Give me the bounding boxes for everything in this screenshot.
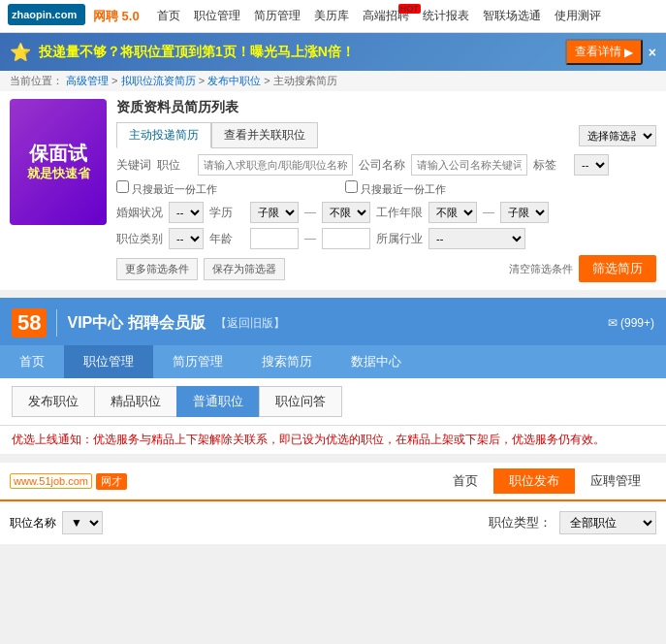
tag-label: 标签	[533, 157, 568, 174]
search-resume-button[interactable]: 筛选简历	[579, 255, 656, 282]
action-row: 更多筛选条件 保存为筛选器 清空筛选条件 筛选简历	[116, 255, 656, 282]
zhaopin-logo: zhaopin.com	[8, 4, 85, 28]
breadcrumb: 当前位置： 高级管理 > 拟职位流资简历 > 发布中职位 > 主动搜索简历	[0, 71, 666, 91]
age-label: 年龄	[209, 231, 244, 247]
tab-position-qa[interactable]: 职位问答	[259, 386, 342, 417]
tab-premium-position[interactable]: 精品职位	[94, 386, 177, 417]
work-year-label: 工作年限	[376, 205, 423, 221]
nav-58-position-mgmt[interactable]: 职位管理	[64, 345, 153, 378]
nav-51-apply-mgmt[interactable]: 应聘管理	[575, 468, 656, 494]
position-sub-label: 职位	[157, 157, 192, 174]
nav-58-resume-mgmt[interactable]: 简历管理	[153, 345, 242, 378]
breadcrumb-link-1[interactable]: 高级管理	[66, 75, 109, 86]
form-tabs: 主动投递简历 查看并关联职位 选择筛选器	[116, 122, 656, 148]
svg-text:zhaopin.com: zhaopin.com	[12, 9, 77, 20]
tag-select[interactable]: --	[574, 154, 609, 176]
nav-high-end[interactable]: 高端招聘 HOT	[363, 8, 409, 24]
form-title: 资质资料员简历列表	[116, 99, 656, 116]
tab-recommend-position[interactable]: 查看并关联职位	[211, 122, 318, 148]
nav-smart[interactable]: 智联场选通	[483, 8, 541, 24]
nav-58-home[interactable]: 首页	[0, 345, 64, 378]
hot-badge: HOT	[398, 4, 421, 14]
breadcrumb-link-3[interactable]: 发布中职位	[207, 75, 261, 86]
position-type-label: 职位类型：	[489, 514, 552, 531]
nav-58-search-resume[interactable]: 搜索简历	[242, 345, 332, 378]
nav-home[interactable]: 首页	[157, 8, 180, 24]
nav-51-publish[interactable]: 职位发布	[493, 468, 575, 494]
company-input[interactable]	[411, 154, 527, 176]
return-old-button[interactable]: 【返回旧版】	[215, 315, 285, 332]
nav-resume-mgmt[interactable]: 简历管理	[254, 8, 301, 24]
position-type-select[interactable]: 全部职位	[559, 511, 656, 534]
promotion-side-image: 保面试 就是快速省	[10, 99, 107, 225]
checkbox-row: 只搜最近一份工作 只搜最近一份工作	[116, 180, 656, 197]
promotion-banner: ⭐ 投递量不够？将职位置顶到第1页！曝光马上涨N倍！ 查看详情 ▶ ×	[0, 33, 666, 71]
tabs-58: 发布职位 精品职位 普通职位 职位问答	[0, 378, 666, 426]
resume-filter-form: 资质资料员简历列表 主动投递简历 查看并关联职位 选择筛选器 关键词 职位 公司…	[116, 99, 656, 282]
position-name-row: 职位名称 ▼	[10, 511, 103, 534]
banner-text: 投递量不够？将职位置顶到第1页！曝光马上涨N倍！	[39, 44, 355, 61]
tab-active-resume[interactable]: 主动投递简历	[116, 122, 211, 148]
position-name-label: 职位名称	[10, 515, 56, 531]
marriage-select[interactable]: --	[169, 202, 204, 223]
age-to-input[interactable]	[322, 228, 370, 249]
education-label: 学历	[209, 205, 244, 221]
breadcrumb-prefix: 当前位置：	[10, 75, 63, 86]
keyword-label: 关键词	[116, 157, 151, 174]
nav-resume-lib[interactable]: 美历库	[314, 8, 349, 24]
industry-label: 所属行业	[376, 231, 423, 247]
banner-close-button[interactable]: ×	[649, 45, 656, 60]
nav-58: 首页 职位管理 简历管理 搜索简历 数据中心	[0, 345, 666, 378]
age-industry-row: 职位类别 -- 年龄 — 所属行业 --	[116, 228, 656, 249]
zhaopin-form-section: 保面试 就是快速省 资质资料员简历列表 主动投递简历 查看并关联职位 选择筛选器…	[0, 91, 666, 290]
only-latest-company-checkbox[interactable]: 只搜最近一份工作	[345, 180, 446, 197]
zhaopin-nav-links: 首页 职位管理 简历管理 美历库 高端招聘 HOT 统计报表 智联场选通 使用测…	[157, 8, 601, 24]
more-filters-button[interactable]: 更多筛选条件	[116, 258, 198, 280]
nav-eval[interactable]: 使用测评	[555, 8, 601, 24]
tab-normal-position[interactable]: 普通职位	[176, 386, 260, 417]
header-58: 58 VIP中心 招聘会员版 【返回旧版】 ✉ (999+)	[0, 301, 666, 345]
education-to-select[interactable]: 不限	[322, 202, 370, 223]
age-from-input[interactable]	[250, 228, 299, 249]
position-level-select[interactable]: --	[169, 228, 204, 249]
section-58: 58 VIP中心 招聘会员版 【返回旧版】 ✉ (999+) 首页 职位管理 简…	[0, 298, 666, 455]
industry-select[interactable]: --	[428, 228, 525, 249]
only-latest-job-checkbox[interactable]: 只搜最近一份工作	[116, 180, 217, 197]
work-year-from-select[interactable]: 不限	[428, 202, 477, 223]
logo-51: www.51job.com 网才	[10, 473, 127, 490]
mail-icon[interactable]: ✉ (999+)	[608, 316, 654, 330]
filter-selector-dropdown[interactable]: 选择筛选器	[579, 125, 656, 146]
nav-position-mgmt[interactable]: 职位管理	[194, 8, 240, 24]
vip-text: VIP中心 招聘会员版	[67, 313, 205, 334]
clear-filters-button[interactable]: 清空筛选条件	[509, 262, 573, 276]
work-year-to-select[interactable]: 子限	[500, 202, 549, 223]
keyword-input[interactable]	[198, 154, 353, 176]
breadcrumb-link-2[interactable]: 拟职位流资简历	[121, 75, 196, 86]
logo-58: 58	[12, 308, 47, 338]
position-name-select[interactable]: ▼	[62, 511, 103, 534]
notice-58: 优选上线通知：优选服务与精品上下架解除关联系，即已设为优选的职位，在精品上架或下…	[0, 426, 666, 455]
section-51: www.51job.com 网才 首页 职位发布 应聘管理 职位名称 ▼ 职位类…	[0, 463, 666, 544]
position-level-label: 职位类别	[116, 231, 163, 247]
nav-51-home[interactable]: 首页	[437, 468, 493, 494]
content-51: 职位名称 ▼ 职位类型： 全部职位	[0, 501, 666, 544]
position-type-row: 职位类型： 全部职位	[489, 511, 656, 534]
divider-58	[56, 309, 57, 337]
zhaopin-topnav: zhaopin.com 网聘 5.0 首页 职位管理 简历管理 美历库 高端招聘…	[0, 0, 666, 33]
logo-51-url: www.51job.com	[10, 473, 92, 489]
banner-detail-button[interactable]: 查看详情 ▶	[565, 39, 643, 65]
nav-58-data-center[interactable]: 数据中心	[332, 345, 421, 378]
tab-publish-position[interactable]: 发布职位	[12, 386, 95, 417]
breadcrumb-current: 主动搜索简历	[273, 75, 337, 86]
header-51: www.51job.com 网才 首页 职位发布 应聘管理	[0, 463, 666, 501]
company-label: 公司名称	[359, 157, 405, 174]
nav-stats[interactable]: 统计报表	[423, 8, 469, 24]
education-from-select[interactable]: 子限	[250, 202, 299, 223]
nav-51: 首页 职位发布 应聘管理	[437, 468, 656, 494]
save-filter-button[interactable]: 保存为筛选器	[204, 258, 285, 280]
marriage-label: 婚姻状况	[116, 205, 163, 221]
keyword-row: 关键词 职位 公司名称 标签 --	[116, 154, 656, 176]
marriage-education-row: 婚姻状况 -- 学历 子限 — 不限 工作年限 不限 — 子限	[116, 202, 656, 223]
zhaopin-version: 网聘 5.0	[93, 8, 140, 25]
wangpin-badge: 网才	[96, 473, 127, 490]
